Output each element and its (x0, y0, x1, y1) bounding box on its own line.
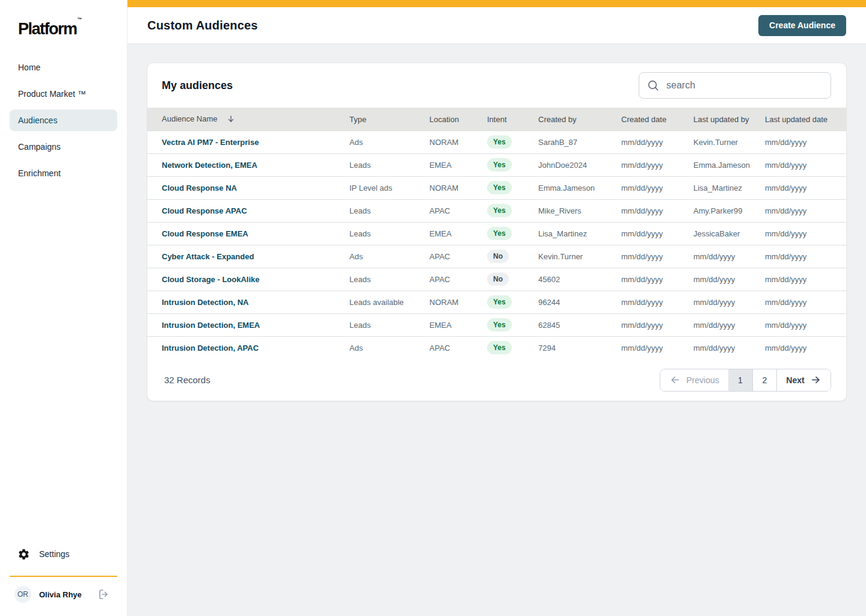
sidebar-item-enrichment[interactable]: Enrichment (10, 162, 117, 184)
table-row: Intrusion Detection, EMEALeadsEMEAYes628… (147, 313, 847, 336)
cell-type: Leads (349, 268, 429, 291)
cell-created-by: JohnDoe2024 (538, 153, 621, 176)
audience-name-link[interactable]: Intrusion Detection, NA (162, 298, 248, 307)
page-header: Custom Audiences Create Audience (127, 7, 866, 44)
cell-created-by: Kevin.Turner (538, 245, 621, 268)
avatar: OR (14, 586, 31, 603)
sidebar-item-product-market[interactable]: Product Market ™ (10, 83, 117, 105)
create-audience-button[interactable]: Create Audience (758, 15, 846, 36)
cell-created-date: mm/dd/yyyy (621, 153, 693, 176)
cell-created-by: Mike_Rivers (538, 199, 621, 222)
next-page-button[interactable]: Next (776, 369, 831, 391)
cell-updated-date: mm/dd/yyyy (765, 313, 847, 336)
intent-badge: Yes (487, 318, 512, 331)
cell-type: Leads (349, 313, 429, 336)
cell-updated-date: mm/dd/yyyy (765, 222, 847, 245)
intent-badge: Yes (487, 204, 512, 217)
gear-icon (17, 547, 30, 561)
user-name: Olivia Rhye (39, 590, 89, 599)
cell-created-date: mm/dd/yyyy (621, 199, 693, 222)
audience-name-link[interactable]: Cloud Response NA (162, 183, 237, 192)
audience-table-body: Vectra AI PM7 - EnterpriseAdsNORAMYesSar… (147, 131, 847, 359)
intent-badge: Yes (487, 227, 512, 240)
table-row: Cloud Response EMEALeadsEMEAYesLisa_Mart… (147, 222, 847, 245)
audience-name-link[interactable]: Cyber Attack - Expanded (162, 252, 254, 261)
cell-updated-date: mm/dd/yyyy (765, 131, 847, 153)
page-button-1[interactable]: 1 (728, 369, 752, 391)
pagination: Previous 12 Next (660, 369, 831, 392)
page-button-2[interactable]: 2 (752, 369, 776, 391)
previous-page-button[interactable]: Previous (660, 369, 728, 391)
cell-updated-date: mm/dd/yyyy (765, 245, 847, 268)
sidebar-item-settings[interactable]: Settings (0, 541, 127, 567)
column-header-created-date: Created date (621, 108, 693, 131)
audience-name-link[interactable]: Cloud Response APAC (162, 206, 247, 215)
column-header-audience-name[interactable]: Audience Name (147, 108, 349, 131)
table-row: Vectra AI PM7 - EnterpriseAdsNORAMYesSar… (147, 131, 847, 153)
user-row: OR Olivia Rhye (0, 577, 127, 616)
cell-created-date: mm/dd/yyyy (621, 245, 693, 268)
cell-type: IP Level ads (349, 176, 429, 199)
audience-name-link[interactable]: Cloud Storage - LookAlike (162, 275, 260, 284)
cell-created-date: mm/dd/yyyy (621, 268, 693, 291)
audiences-card: My audiences Audience NameTypeLocationIn… (147, 63, 847, 401)
cell-type: Ads (349, 131, 429, 153)
cell-location: APAC (429, 199, 487, 222)
sidebar-item-audiences[interactable]: Audiences (10, 109, 117, 131)
audience-name-link[interactable]: Vectra AI PM7 - Enterprise (162, 138, 259, 147)
cell-updated-date: mm/dd/yyyy (765, 268, 847, 291)
column-header-last-updated-date: Last updated date (765, 108, 847, 131)
audience-name-link[interactable]: Intrusion Detection, EMEA (162, 321, 260, 330)
audience-name-link[interactable]: Intrusion Detection, APAC (162, 343, 259, 353)
sidebar-item-home[interactable]: Home (10, 57, 117, 78)
cell-created-date: mm/dd/yyyy (621, 176, 693, 199)
column-header-intent: Intent (487, 108, 538, 131)
cell-location: EMEA (429, 153, 487, 176)
card-footer: 32 Records Previous 12 Next (147, 359, 846, 401)
search-box (639, 72, 831, 99)
search-input[interactable] (665, 79, 823, 91)
records-count: 32 Records (164, 375, 210, 385)
cell-created-date: mm/dd/yyyy (621, 313, 693, 336)
cell-created-by: Lisa_Martinez (538, 222, 621, 245)
table-header-row: Audience NameTypeLocationIntentCreated b… (147, 108, 847, 131)
cell-updated-by: mm/dd/yyyy (693, 268, 765, 291)
next-label: Next (786, 375, 804, 385)
cell-type: Leads (349, 199, 429, 222)
cell-updated-by: mm/dd/yyyy (693, 245, 765, 268)
card-header: My audiences (147, 63, 846, 108)
column-header-last-updated-by: Last updated by (693, 108, 765, 131)
cell-updated-date: mm/dd/yyyy (765, 199, 847, 222)
cell-updated-date: mm/dd/yyyy (765, 291, 847, 313)
cell-location: EMEA (429, 222, 487, 245)
page-title: Custom Audiences (147, 19, 258, 32)
logout-icon[interactable] (97, 588, 110, 601)
cell-created-by: SarahB_87 (538, 131, 621, 153)
table-row: Intrusion Detection, NALeads availableNO… (147, 291, 847, 313)
table-row: Cloud Response APACLeadsAPACYesMike_Rive… (147, 199, 847, 222)
cell-location: EMEA (429, 313, 487, 336)
arrow-left-icon (669, 374, 681, 386)
sidebar-item-campaigns[interactable]: Campaigns (10, 136, 117, 158)
cell-location: NORAM (429, 176, 487, 199)
audience-name-link[interactable]: Cloud Response EMEA (162, 229, 248, 238)
cell-type: Leads available (349, 291, 429, 313)
cell-type: Leads (349, 222, 429, 245)
cell-type: Leads (349, 153, 429, 176)
cell-location: APAC (429, 245, 487, 268)
intent-badge: Yes (487, 341, 512, 354)
sidebar-bottom: Settings OR Olivia Rhye (0, 541, 127, 616)
arrow-right-icon (810, 374, 821, 386)
column-header-created-by: Created by (538, 108, 621, 131)
intent-badge: Yes (487, 158, 512, 171)
table-row: Network Detection, EMEALeadsEMEAYesJohnD… (147, 153, 847, 176)
cell-updated-by: mm/dd/yyyy (693, 291, 765, 313)
sidebar: Platform™ HomeProduct Market ™AudiencesC… (0, 0, 127, 616)
page-numbers: 12 (728, 369, 776, 391)
cell-updated-by: JessicaBaker (693, 222, 765, 245)
cell-updated-date: mm/dd/yyyy (765, 176, 847, 199)
cell-updated-by: Emma.Jameson (693, 153, 765, 176)
audience-name-link[interactable]: Network Detection, EMEA (162, 161, 257, 170)
table-row: Cloud Storage - LookAlikeLeadsAPACNo4560… (147, 268, 847, 291)
cell-updated-date: mm/dd/yyyy (765, 153, 847, 176)
